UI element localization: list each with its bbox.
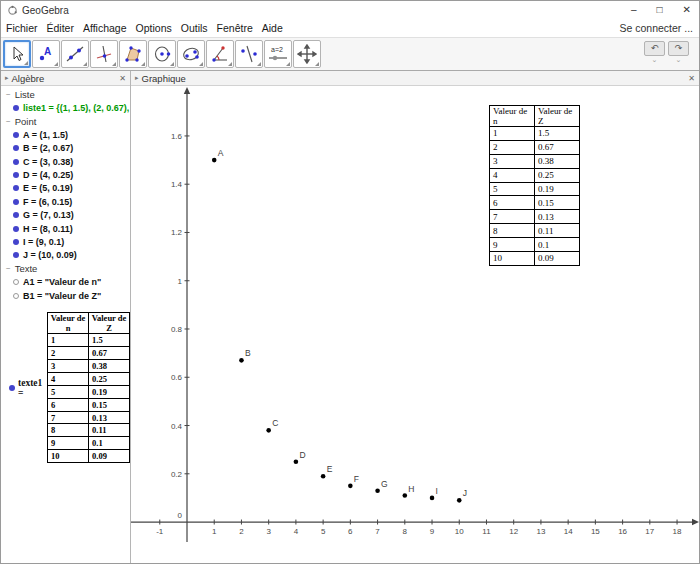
algebra-close-icon[interactable]: ✕ <box>119 74 126 83</box>
data-point-A[interactable] <box>212 158 217 163</box>
polygon-icon <box>123 44 143 64</box>
table-cell: 0.25 <box>535 168 580 182</box>
algebra-item[interactable]: A = (1, 1.5) <box>1 128 130 141</box>
algebra-section-texte[interactable]: −Texte <box>1 262 130 275</box>
point-label-D: D <box>299 450 305 460</box>
algebra-section-point[interactable]: −Point <box>1 115 130 128</box>
algebra-item[interactable]: D = (4, 0.25) <box>1 168 130 181</box>
table-row: 90.1 <box>48 437 130 450</box>
data-point-F[interactable] <box>348 484 353 489</box>
menu-item-editer[interactable]: Éditer <box>47 22 74 34</box>
visibility-dot-icon[interactable] <box>13 212 19 218</box>
undo-button[interactable]: ↶ <box>644 41 665 56</box>
algebra-item[interactable]: B = (2, 0.67) <box>1 142 130 155</box>
texte1-table-overlay[interactable]: Valeur de nValeur de Z11.520.6730.3840.2… <box>489 105 580 266</box>
perpendicular-line-tool-button[interactable] <box>90 40 118 68</box>
data-point-H[interactable] <box>403 493 408 498</box>
window-title: GeoGebra <box>22 5 69 16</box>
ellipse-tool-button[interactable] <box>177 40 205 68</box>
graphics-close-icon[interactable]: ✕ <box>688 74 695 83</box>
x-tick-label: 12 <box>509 527 518 536</box>
item-label: A = (1, 1.5) <box>23 130 68 140</box>
algebra-item[interactable]: F = (6, 0.15) <box>1 195 130 208</box>
point-tool-button[interactable]: A <box>32 40 60 68</box>
visibility-dot-icon[interactable] <box>13 145 19 151</box>
slider-tool-button[interactable]: a=2 <box>264 40 292 68</box>
texte1-row[interactable]: texte1 =Valeur de nValeur de Z11.520.673… <box>1 312 130 463</box>
angle-icon <box>210 44 230 64</box>
section-label: Liste <box>15 89 35 100</box>
algebra-item[interactable]: H = (8, 0.11) <box>1 222 130 235</box>
maximize-button[interactable]: □ <box>657 1 663 19</box>
angle-tool-button[interactable] <box>206 40 234 68</box>
redo-button[interactable]: ↷ <box>668 41 689 56</box>
undo-caret-icon[interactable]: ⌄ <box>652 56 658 64</box>
algebra-view-panel: ▸ Algèbre ✕ −Listeliste1 = {(1, 1.5), (2… <box>1 71 131 564</box>
item-label: B = (2, 0.67) <box>23 143 73 153</box>
table-row: 100.09 <box>490 252 580 266</box>
visibility-dot-icon[interactable] <box>13 226 19 232</box>
visibility-dot-icon[interactable] <box>9 385 15 391</box>
menu-item-outils[interactable]: Outils <box>181 22 208 34</box>
visibility-dot-icon[interactable] <box>13 159 19 165</box>
move-graphics-view-tool-button[interactable] <box>293 40 321 68</box>
point-label-J: J <box>463 488 467 498</box>
menu-item-aide[interactable]: Aide <box>262 22 283 34</box>
menu-item-options[interactable]: Options <box>136 22 172 34</box>
expand-icon[interactable]: ▸ <box>5 74 9 82</box>
hidden-dot-icon[interactable] <box>13 279 19 285</box>
graphics-canvas[interactable]: -11234567891011121314151617180.20.40.60.… <box>131 86 699 564</box>
visibility-dot-icon[interactable] <box>13 239 19 245</box>
algebra-item[interactable]: C = (3, 0.38) <box>1 155 130 168</box>
algebra-item[interactable]: E = (5, 0.19) <box>1 182 130 195</box>
x-tick-label: 7 <box>375 527 380 536</box>
visibility-dot-icon[interactable] <box>13 185 19 191</box>
table-cell: 0.13 <box>535 210 580 224</box>
visibility-dot-icon[interactable] <box>13 252 19 258</box>
algebra-item[interactable]: A1 = "Valeur de n" <box>1 275 130 288</box>
collapse-icon[interactable]: − <box>6 264 11 273</box>
algebra-item[interactable]: liste1 = {(1, 1.5), (2, 0.67), (3, 0.38)… <box>1 101 130 114</box>
algebra-item[interactable]: J = (10, 0.09) <box>1 249 130 262</box>
data-point-B[interactable] <box>239 358 244 363</box>
polygon-tool-button[interactable] <box>119 40 147 68</box>
menu-item-fenetre[interactable]: Fenêtre <box>217 22 253 34</box>
visibility-dot-icon[interactable] <box>13 132 19 138</box>
data-point-J[interactable] <box>457 498 462 503</box>
sign-in-link[interactable]: Se connecter ... <box>619 22 693 34</box>
redo-caret-icon[interactable]: ⌄ <box>676 56 682 64</box>
algebra-item[interactable]: G = (7, 0.13) <box>1 209 130 222</box>
table-cell: 0.09 <box>89 450 130 463</box>
reflect-about-line-icon <box>239 44 259 64</box>
algebra-item[interactable]: B1 = "Valeur de Z" <box>1 289 130 302</box>
table-cell: 0.13 <box>89 411 130 424</box>
visibility-dot-icon[interactable] <box>13 105 19 111</box>
line-tool-button[interactable] <box>61 40 89 68</box>
reflection-tool-button[interactable] <box>235 40 263 68</box>
table-row: 40.25 <box>490 168 580 182</box>
minimize-button[interactable]: – <box>631 1 637 19</box>
x-tick-label: 1 <box>212 527 217 536</box>
data-point-D[interactable] <box>294 459 299 464</box>
texte1-label: texte1 = <box>18 378 47 398</box>
data-point-C[interactable] <box>266 428 271 433</box>
visibility-dot-icon[interactable] <box>13 172 19 178</box>
algebra-item[interactable]: I = (9, 0.1) <box>1 235 130 248</box>
expand-icon[interactable]: ▸ <box>135 74 139 82</box>
collapse-icon[interactable]: − <box>6 117 11 126</box>
collapse-icon[interactable]: − <box>6 90 11 99</box>
table-cell: 0.67 <box>535 140 580 154</box>
algebra-section-liste[interactable]: −Liste <box>1 88 130 101</box>
menu-item-fichier[interactable]: Fichier <box>6 22 38 34</box>
table-cell: 6 <box>48 398 89 411</box>
close-button[interactable]: ✕ <box>683 1 691 19</box>
data-point-G[interactable] <box>375 488 380 493</box>
menu-item-affichage[interactable]: Affichage <box>83 22 127 34</box>
visibility-dot-icon[interactable] <box>13 199 19 205</box>
circle-tool-button[interactable] <box>148 40 176 68</box>
data-point-E[interactable] <box>321 474 326 479</box>
move-tool-button[interactable] <box>3 40 31 68</box>
data-point-I[interactable] <box>430 496 435 501</box>
hidden-dot-icon[interactable] <box>13 293 19 299</box>
table-cell: 3 <box>48 360 89 373</box>
